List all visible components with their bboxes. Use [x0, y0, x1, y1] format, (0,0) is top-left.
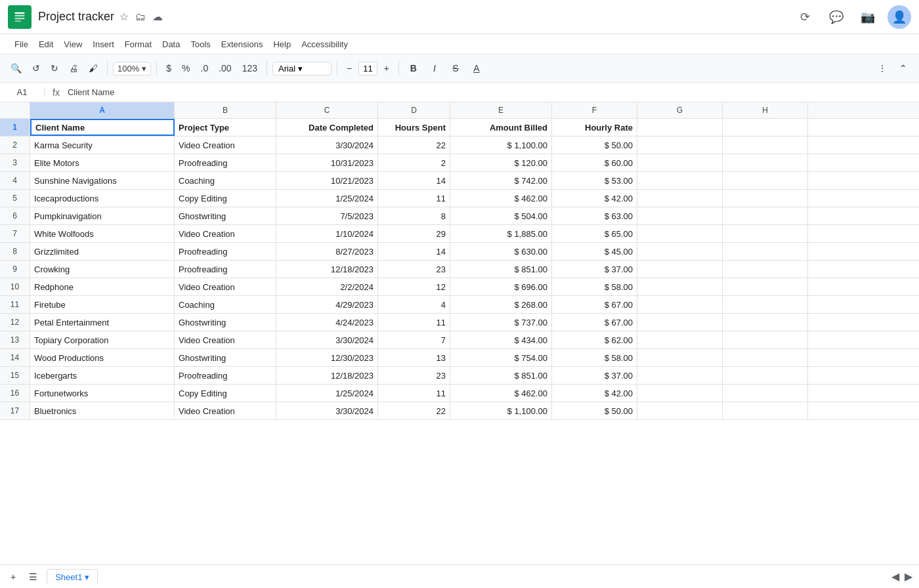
avatar[interactable]: 👤: [887, 5, 911, 29]
cell-c5[interactable]: 1/25/2024: [276, 190, 378, 207]
cell-f3[interactable]: $ 60.00: [552, 154, 637, 171]
cell-g13[interactable]: [637, 331, 723, 348]
cell-h10[interactable]: [723, 278, 808, 295]
cell-d8[interactable]: 14: [378, 243, 450, 260]
cell-e14[interactable]: $ 754.00: [450, 349, 552, 366]
cell-h1[interactable]: [723, 119, 808, 136]
cell-c12[interactable]: 4/24/2023: [276, 314, 378, 331]
cell-b6[interactable]: Ghostwriting: [175, 207, 276, 224]
cell-g15[interactable]: [637, 367, 723, 384]
cell-h15[interactable]: [723, 367, 808, 384]
col-header-c[interactable]: C: [276, 102, 378, 118]
font-selector[interactable]: Arial ▾: [272, 62, 331, 75]
cell-b16[interactable]: Copy Editing: [175, 385, 276, 402]
menu-extensions[interactable]: Extensions: [216, 37, 268, 51]
cell-c4[interactable]: 10/21/2023: [276, 172, 378, 189]
history-icon[interactable]: ⟳: [793, 5, 817, 29]
undo-button[interactable]: ↺: [28, 60, 44, 76]
cell-g5[interactable]: [637, 190, 723, 207]
cell-d4[interactable]: 14: [378, 172, 450, 189]
col-header-g[interactable]: G: [637, 102, 723, 118]
cell-b12[interactable]: Ghostwriting: [175, 314, 276, 331]
cell-c8[interactable]: 8/27/2023: [276, 243, 378, 260]
cell-e15[interactable]: $ 851.00: [450, 367, 552, 384]
cell-a4[interactable]: Sunshine Navigations: [30, 172, 175, 189]
cell-b1[interactable]: Project Type: [175, 119, 276, 136]
cell-d17[interactable]: 22: [378, 402, 450, 419]
cell-g11[interactable]: [637, 296, 723, 313]
col-header-a[interactable]: A: [30, 102, 175, 118]
row-num-17[interactable]: 17: [0, 402, 30, 419]
row-num-6[interactable]: 6: [0, 207, 30, 224]
app-icon[interactable]: [8, 5, 32, 29]
cell-f2[interactable]: $ 50.00: [552, 136, 637, 154]
row-num-8[interactable]: 8: [0, 243, 30, 260]
cell-c14[interactable]: 12/30/2023: [276, 349, 378, 366]
cell-e1[interactable]: Amount Billed: [450, 119, 552, 136]
cell-a13[interactable]: Topiary Corporation: [30, 331, 175, 348]
cell-g4[interactable]: [637, 172, 723, 189]
cell-c6[interactable]: 7/5/2023: [276, 207, 378, 224]
cell-c17[interactable]: 3/30/2024: [276, 402, 378, 419]
cell-g12[interactable]: [637, 314, 723, 331]
cell-b9[interactable]: Proofreading: [175, 261, 276, 278]
cell-e6[interactable]: $ 504.00: [450, 207, 552, 224]
row-num-12[interactable]: 12: [0, 314, 30, 331]
row-num-13[interactable]: 13: [0, 331, 30, 348]
format-dec-plus-button[interactable]: .00: [215, 60, 235, 76]
cell-e13[interactable]: $ 434.00: [450, 331, 552, 348]
menu-format[interactable]: Format: [119, 37, 157, 51]
row-num-16[interactable]: 16: [0, 385, 30, 402]
row-num-9[interactable]: 9: [0, 261, 30, 278]
cell-f12[interactable]: $ 67.00: [552, 314, 637, 331]
cell-d6[interactable]: 8: [378, 207, 450, 224]
cell-f8[interactable]: $ 45.00: [552, 243, 637, 260]
cell-e4[interactable]: $ 742.00: [450, 172, 552, 189]
cell-a1[interactable]: Client Name: [30, 119, 175, 136]
cell-f15[interactable]: $ 37.00: [552, 367, 637, 384]
cell-e3[interactable]: $ 120.00: [450, 154, 552, 171]
folder-icon[interactable]: 🗂: [135, 11, 146, 23]
cell-g3[interactable]: [637, 154, 723, 171]
row-num-7[interactable]: 7: [0, 225, 30, 242]
cell-a16[interactable]: Fortunetworks: [30, 385, 175, 402]
cell-a5[interactable]: Icecaproductions: [30, 190, 175, 207]
cell-a15[interactable]: Icebergarts: [30, 367, 175, 384]
cell-a3[interactable]: Elite Motors: [30, 154, 175, 171]
menu-accessibility[interactable]: Accessibility: [296, 37, 353, 51]
cell-e10[interactable]: $ 696.00: [450, 278, 552, 295]
cell-f10[interactable]: $ 58.00: [552, 278, 637, 295]
cell-c15[interactable]: 12/18/2023: [276, 367, 378, 384]
cell-g1[interactable]: [637, 119, 723, 136]
cell-d13[interactable]: 7: [378, 331, 450, 348]
cell-e9[interactable]: $ 851.00: [450, 261, 552, 278]
cell-d11[interactable]: 4: [378, 296, 450, 313]
italic-button[interactable]: I: [425, 59, 444, 77]
cell-e2[interactable]: $ 1,100.00: [450, 136, 552, 154]
cell-b5[interactable]: Copy Editing: [175, 190, 276, 207]
cell-c3[interactable]: 10/31/2023: [276, 154, 378, 171]
cell-f17[interactable]: $ 50.00: [552, 402, 637, 419]
menu-data[interactable]: Data: [157, 37, 185, 51]
cell-d1[interactable]: Hours Spent: [378, 119, 450, 136]
cell-d9[interactable]: 23: [378, 261, 450, 278]
font-size-box[interactable]: 11: [358, 62, 377, 75]
strikethrough-button[interactable]: S: [446, 59, 465, 77]
cell-h14[interactable]: [723, 349, 808, 366]
cell-h9[interactable]: [723, 261, 808, 278]
cell-f14[interactable]: $ 58.00: [552, 349, 637, 366]
cell-f7[interactable]: $ 65.00: [552, 225, 637, 242]
cell-h2[interactable]: [723, 136, 808, 154]
cell-e5[interactable]: $ 462.00: [450, 190, 552, 207]
cell-b4[interactable]: Coaching: [175, 172, 276, 189]
collapse-toolbar-button[interactable]: ⌃: [894, 59, 912, 77]
cell-g6[interactable]: [637, 207, 723, 224]
cell-h6[interactable]: [723, 207, 808, 224]
add-sheet-button[interactable]: +: [7, 569, 20, 585]
cell-b13[interactable]: Video Creation: [175, 331, 276, 348]
cell-d2[interactable]: 22: [378, 136, 450, 154]
cell-d15[interactable]: 23: [378, 367, 450, 384]
cell-f6[interactable]: $ 63.00: [552, 207, 637, 224]
cell-d10[interactable]: 12: [378, 278, 450, 295]
cell-b2[interactable]: Video Creation: [175, 136, 276, 154]
